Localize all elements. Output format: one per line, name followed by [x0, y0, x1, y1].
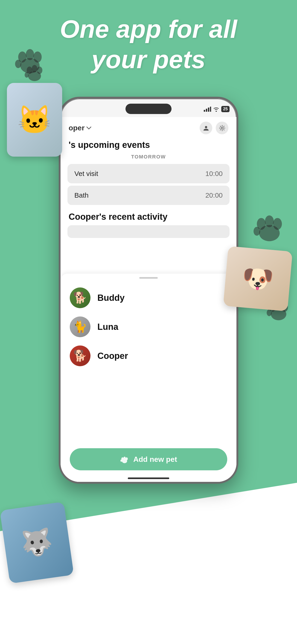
recent-activity-title: Cooper's recent activity — [60, 207, 236, 225]
svg-point-19 — [266, 310, 272, 316]
svg-point-24 — [216, 110, 217, 112]
header-icons — [200, 122, 228, 134]
hero-line2: your pets — [18, 44, 278, 75]
svg-rect-22 — [208, 108, 209, 112]
phone-frame: 25 oper — [59, 97, 238, 484]
pet-selector[interactable]: oper — [68, 124, 92, 132]
svg-point-30 — [124, 457, 126, 460]
wifi-icon — [213, 107, 220, 112]
buddy-avatar-inner: 🐕 — [70, 288, 90, 308]
app-header: oper — [60, 117, 236, 138]
home-indicator — [128, 478, 169, 479]
sheet-handle — [139, 277, 158, 279]
svg-point-27 — [221, 127, 223, 129]
pet-list-item-buddy[interactable]: 🐕 Buddy — [60, 283, 236, 312]
pet-avatar-buddy: 🐕 — [70, 288, 90, 308]
pet-selector-name: oper — [68, 124, 84, 132]
pet-name-luna: Luna — [98, 322, 118, 332]
svg-point-12 — [265, 215, 274, 227]
add-pet-label: Add new pet — [133, 455, 177, 464]
svg-point-25 — [205, 126, 207, 128]
phone-content: oper — [60, 117, 236, 482]
battery-indicator: 25 — [221, 106, 230, 112]
svg-point-9 — [25, 72, 29, 78]
settings-icon — [219, 125, 225, 131]
status-icons: 25 — [204, 106, 230, 112]
upcoming-events-title: 's upcoming events — [60, 138, 236, 151]
phone-dynamic-island — [126, 104, 172, 114]
pet-avatar-luna: 🐈 — [70, 316, 90, 337]
date-label: TOMORROW — [60, 151, 236, 162]
contacts-icon — [203, 126, 209, 130]
add-new-pet-button[interactable]: Add new pet — [70, 448, 227, 470]
paw-decoration-3 — [251, 207, 288, 244]
pet-name-cooper: Cooper — [98, 351, 128, 361]
dropdown-chevron-icon — [86, 126, 92, 130]
event-card-vet[interactable]: Vet visit 10:00 — [68, 164, 230, 183]
cooper-avatar-inner: 🐕 — [70, 346, 90, 366]
pet-avatar-cooper: 🐕 — [70, 346, 90, 366]
luna-avatar-inner: 🐈 — [70, 316, 90, 337]
svg-rect-20 — [204, 110, 205, 112]
signal-icon — [204, 107, 211, 112]
pet-list-item-cooper[interactable]: 🐕 Cooper — [60, 341, 236, 370]
svg-rect-23 — [210, 107, 211, 112]
bottom-sheet: 🐕 Buddy 🐈 Luna 🐕 Cooper — [60, 274, 236, 482]
event-time-vet: 10:00 — [205, 170, 223, 178]
svg-point-2 — [26, 49, 34, 60]
event-time-bath: 20:00 — [205, 192, 223, 199]
svg-point-4 — [15, 60, 22, 68]
svg-point-14 — [254, 227, 260, 236]
paw-icon — [120, 455, 129, 464]
upcoming-title-text: 's upcoming events — [68, 140, 150, 150]
settings-button[interactable] — [216, 122, 228, 134]
contacts-button[interactable] — [200, 122, 212, 134]
event-name-bath: Bath — [74, 192, 89, 199]
pet-list-item-luna[interactable]: 🐈 Luna — [60, 312, 236, 341]
event-name-vet: Vet visit — [74, 170, 98, 178]
floating-cat-image: 🐱 — [7, 83, 62, 156]
floating-dog-image: 🐶 — [223, 246, 293, 311]
activity-bar — [68, 225, 230, 238]
svg-rect-21 — [206, 109, 207, 112]
svg-point-8 — [37, 66, 42, 74]
hero-line1: One app for all — [18, 14, 278, 44]
event-card-bath[interactable]: Bath 20:00 — [68, 186, 230, 205]
svg-point-32 — [120, 460, 122, 462]
paw-decoration-2 — [23, 60, 46, 83]
svg-point-7 — [32, 65, 37, 72]
floating-husky-image: 🐺 — [0, 502, 74, 584]
svg-point-13 — [273, 218, 282, 230]
svg-point-31 — [126, 458, 128, 460]
pet-name-buddy: Buddy — [98, 293, 124, 303]
